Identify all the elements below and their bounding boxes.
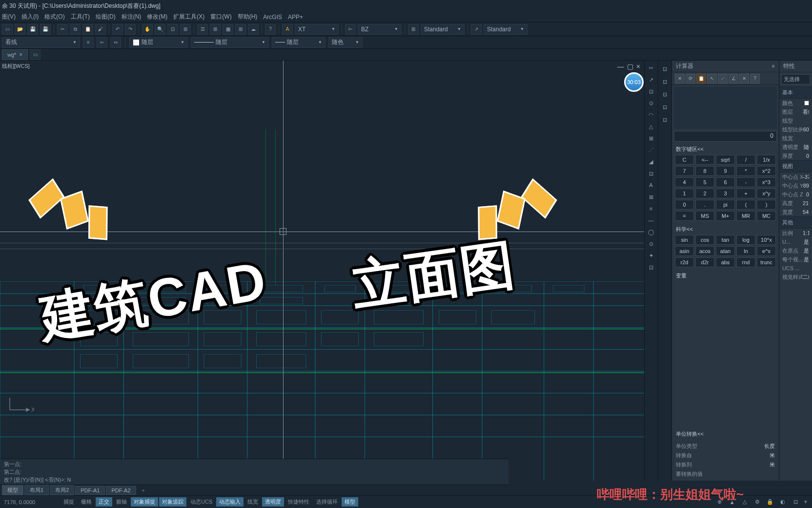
add-layout-icon[interactable]: + (137, 487, 150, 494)
tool-icon[interactable]: ◠ (646, 109, 656, 120)
calc-key[interactable]: pi (716, 200, 735, 210)
redo-icon[interactable]: ↷ (125, 24, 136, 35)
calc-key[interactable]: 4 (675, 177, 694, 187)
close-icon[interactable]: × (771, 63, 775, 70)
calc-key[interactable]: 1 (675, 189, 694, 198)
menu-item[interactable]: 图(V) (2, 13, 16, 21)
calc-sci-key[interactable]: 10^x (757, 235, 776, 245)
unit-row[interactable]: 要转换的值 (676, 469, 775, 479)
open-icon[interactable]: 📂 (15, 24, 25, 35)
calc-key[interactable]: x^2 (757, 166, 776, 176)
tool-icon[interactable]: ⋰ (646, 145, 656, 155)
calc-key[interactable]: 3 (716, 189, 735, 198)
undo-icon[interactable]: ↶ (112, 24, 123, 35)
tool-icon[interactable]: ◯ (646, 227, 656, 237)
matchprop-icon[interactable]: 🖌 (95, 24, 106, 35)
status-toggle[interactable]: 线宽 (244, 497, 261, 507)
calc-sci-key[interactable]: rnd (736, 257, 755, 267)
menu-item[interactable]: APP+ (288, 14, 303, 21)
calc-key[interactable]: MS (695, 211, 714, 221)
layer-state-icon[interactable]: ⇔ (110, 37, 121, 48)
status-toggle[interactable]: 正交 (96, 497, 112, 507)
tool-icon[interactable]: ⊡ (659, 102, 670, 112)
unit-row[interactable]: 转换自米 (676, 451, 775, 460)
status-toggle[interactable]: 透明度 (262, 497, 284, 507)
dimstyle-dropdown[interactable]: BZ▼ (358, 24, 402, 35)
menu-item[interactable]: 插入(I) (21, 13, 39, 21)
calc-key[interactable]: ) (757, 200, 776, 210)
menu-item[interactable]: 扩展工具(X) (173, 13, 204, 21)
layout-tab[interactable]: 布局1 (24, 485, 49, 495)
plotstyle-dropdown[interactable]: 随色▼ (328, 37, 363, 48)
tool-icon[interactable]: ✏ (646, 63, 656, 73)
tool-icon[interactable]: A (646, 180, 656, 190)
menu-item[interactable]: 帮助(H) (238, 13, 258, 21)
props-row[interactable]: 视觉样式二维 (779, 273, 812, 281)
calc-sci-key[interactable]: tan (716, 235, 735, 245)
toolpal-icon[interactable]: ▦ (223, 24, 233, 35)
tool-icon[interactable]: ≡ (646, 203, 656, 214)
layout-tab[interactable]: PDF-A2 (106, 486, 136, 495)
command-line[interactable]: 第一点:第二点:改? [是(Y)/否(N)] <否(N)>: N (0, 459, 508, 485)
calc-sci-key[interactable]: abs (716, 257, 735, 267)
saveas-icon[interactable]: 💾 (40, 24, 51, 35)
textstyle-icon[interactable]: A (282, 24, 293, 35)
calc-sci-key[interactable]: trunc (757, 257, 776, 267)
designctr-icon[interactable]: ⊞ (210, 24, 221, 35)
file-tab[interactable]: wg* × (2, 49, 28, 60)
props-group[interactable]: 视图 (779, 160, 812, 172)
calc-key[interactable]: 0 (675, 200, 694, 210)
props-row[interactable]: 比例1:1 (779, 229, 812, 237)
status-toggle[interactable]: 对象捕捉 (131, 497, 158, 507)
tool-icon[interactable]: ⊞ (646, 191, 656, 202)
calc-key[interactable]: C (675, 155, 694, 165)
calc-key[interactable]: * (736, 166, 755, 176)
isolate-icon[interactable]: ⊡ (791, 497, 800, 507)
calc-clear-icon[interactable]: ✕ (675, 74, 685, 84)
tool-icon[interactable]: ⊡ (659, 89, 670, 100)
menu-item[interactable]: 标注(N) (122, 13, 142, 21)
paste-icon[interactable]: 📋 (82, 24, 93, 35)
menu-item[interactable]: 格式(O) (44, 13, 64, 21)
pan-icon[interactable]: ✋ (142, 24, 153, 35)
calc-key[interactable]: 8 (695, 166, 714, 176)
unit-row[interactable]: 单位类型长度 (676, 442, 775, 451)
calc-key[interactable]: x^3 (757, 177, 776, 187)
status-toggle[interactable]: 选择循环 (313, 497, 341, 507)
calc-key[interactable]: 9 (716, 166, 735, 176)
copy-icon[interactable]: ⧉ (70, 24, 81, 35)
tool-icon[interactable]: ↗ (646, 74, 656, 85)
layer-mgr-icon[interactable]: ≡ (83, 37, 94, 48)
calc-key[interactable]: 2 (695, 189, 714, 198)
calc-history-icon[interactable]: ⟳ (686, 74, 695, 84)
status-toggle[interactable]: 对象追踪 (159, 497, 186, 507)
props-row[interactable]: U...是 (779, 237, 812, 246)
linetype-dropdown[interactable]: 随层▼ (191, 37, 269, 48)
cloud-icon[interactable]: ☁ (248, 24, 259, 35)
maximize-icon[interactable]: ▢ (627, 63, 633, 70)
calc-help-icon[interactable]: ? (750, 74, 760, 84)
ann-scale-icon[interactable]: ⊕ (714, 497, 724, 507)
save-icon[interactable]: 💾 (27, 24, 38, 35)
calc-sci-key[interactable]: asin (675, 246, 694, 256)
zoomext-icon[interactable]: ⊡ (167, 24, 178, 35)
calc-key[interactable]: = (675, 211, 694, 221)
ann-vis-icon[interactable]: ▲ (727, 497, 737, 507)
props-row[interactable]: 透明度随 (779, 143, 812, 151)
props-icon[interactable]: ☰ (197, 24, 208, 35)
props-row[interactable]: 中心点 X-37 (779, 172, 812, 181)
tool-icon[interactable]: ✦ (646, 250, 656, 261)
tablestyle-icon[interactable]: ⊞ (408, 24, 419, 35)
props-row[interactable]: 高度219 (779, 199, 812, 208)
props-row[interactable]: 线宽 (779, 134, 812, 143)
layout-tab[interactable]: 布局2 (50, 485, 74, 495)
cut-icon[interactable]: ✂ (57, 24, 68, 35)
status-toggle[interactable]: 动态输入 (216, 497, 244, 507)
menu-item[interactable]: ArcGIS (263, 14, 282, 21)
calc-sci-key[interactable]: cos (695, 235, 714, 245)
calc-sci-key[interactable]: acos (695, 246, 714, 256)
close-viewport-icon[interactable]: × (636, 63, 640, 70)
tool-icon[interactable]: ⊡ (646, 262, 656, 273)
tool-icon[interactable]: — (646, 215, 656, 226)
calc-sci-key[interactable]: ln (736, 246, 755, 256)
